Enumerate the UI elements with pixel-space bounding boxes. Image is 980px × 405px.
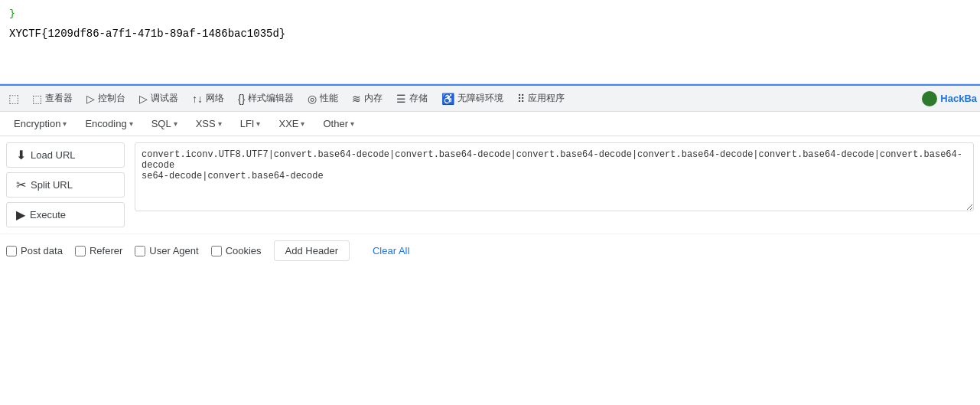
execute-button[interactable]: ▶ Execute [6, 202, 125, 227]
inspector-label: 查看器 [45, 92, 73, 105]
memory-label: 内存 [364, 92, 383, 105]
url-input-textarea[interactable]: convert.iconv.UTF8.UTF7|convert.base64-d… [135, 142, 974, 211]
app-label: 应用程序 [528, 92, 565, 105]
encryption-arrow-icon: ▾ [63, 119, 67, 128]
cookies-checkbox-group[interactable]: Cookies [211, 245, 262, 256]
other-arrow-icon: ▾ [350, 119, 354, 128]
post-data-checkbox[interactable] [6, 246, 17, 256]
accessibility-icon: ♿ [441, 93, 454, 105]
debugger-icon: ▷ [139, 93, 148, 105]
load-url-label: Load URL [31, 149, 76, 161]
user-agent-checkbox[interactable] [135, 246, 145, 256]
network-label: 网络 [206, 92, 224, 105]
other-label: Other [323, 118, 348, 129]
console-label: 控制台 [98, 92, 125, 105]
referer-label: Referer [90, 245, 122, 256]
execute-label: Execute [30, 209, 66, 220]
menu-lfi[interactable]: LFI ▾ [233, 115, 269, 132]
performance-label: 性能 [320, 92, 338, 105]
app-icon: ⠿ [517, 93, 525, 105]
encoding-label: Encoding [85, 118, 126, 129]
load-url-button[interactable]: ⬇ Load URL [6, 142, 125, 168]
menu-xss[interactable]: XSS ▾ [188, 115, 230, 132]
style-icon: {} [238, 93, 245, 105]
xss-label: XSS [196, 118, 216, 129]
clear-all-label: Clear All [373, 245, 409, 256]
menu-sql[interactable]: SQL ▾ [144, 115, 185, 132]
brace-line: } [9, 6, 971, 21]
performance-icon: ◎ [308, 93, 317, 105]
devtools-console-btn[interactable]: ▷ 控制台 [80, 89, 132, 108]
accessibility-label: 无障碍环境 [457, 92, 503, 105]
hackbar-label: HackBa [940, 93, 977, 104]
devtools-network-btn[interactable]: ↑↓ 网络 [186, 89, 230, 108]
lfi-arrow-icon: ▾ [256, 119, 260, 128]
clear-all-button[interactable]: Clear All [362, 241, 420, 260]
lfi-label: LFI [240, 118, 255, 129]
hackbar-menu-bar: Encryption ▾ Encoding ▾ SQL ▾ XSS ▾ LFI … [0, 112, 980, 136]
menu-encryption[interactable]: Encryption ▾ [6, 115, 74, 132]
devtools-accessibility-btn[interactable]: ♿ 无障碍环境 [435, 89, 510, 108]
memory-icon: ≋ [352, 93, 361, 105]
encoding-arrow-icon: ▾ [129, 119, 133, 128]
devtools-toolbar: ⬚ ⬚ 查看器 ▷ 控制台 ▷ 调试器 ↑↓ 网络 {} 样式编辑器 ◎ 性能 … [0, 84, 980, 112]
debugger-label: 调试器 [151, 92, 178, 105]
code-display-area: } XYCTF{1209df86-a7f1-471b-89af-1486bac1… [0, 0, 980, 84]
post-data-label: Post data [21, 245, 63, 256]
devtools-debugger-btn[interactable]: ▷ 调试器 [133, 89, 184, 108]
user-agent-checkbox-group[interactable]: User Agent [135, 245, 198, 256]
cookies-checkbox[interactable] [211, 246, 222, 256]
add-header-label: Add Header [285, 245, 338, 256]
left-action-buttons: ⬇ Load URL ✂ Split URL ▶ Execute [6, 142, 129, 227]
console-icon: ▷ [86, 93, 95, 105]
menu-xxe[interactable]: XXE ▾ [271, 115, 312, 132]
network-icon: ↑↓ [192, 93, 203, 105]
devtools-memory-btn[interactable]: ≋ 内存 [346, 89, 389, 108]
inspector-icon: ⬚ [32, 93, 42, 105]
xxe-label: XXE [278, 118, 298, 129]
cookies-label: Cookies [226, 245, 262, 256]
sql-arrow-icon: ▾ [174, 119, 177, 128]
devtools-app-btn[interactable]: ⠿ 应用程序 [511, 89, 571, 108]
user-agent-label: User Agent [149, 245, 198, 256]
devtools-performance-btn[interactable]: ◎ 性能 [301, 89, 344, 108]
devtools-inspector-btn[interactable]: ⬚ 查看器 [26, 89, 79, 108]
split-url-icon: ✂ [16, 178, 26, 192]
flag-line: XYCTF{1209df86-a7f1-471b-89af-1486bac103… [9, 26, 971, 42]
split-url-button[interactable]: ✂ Split URL [6, 172, 125, 198]
menu-encoding[interactable]: Encoding ▾ [77, 115, 140, 132]
execute-icon: ▶ [16, 207, 25, 222]
devtools-style-btn[interactable]: {} 样式编辑器 [232, 89, 300, 108]
add-header-button[interactable]: Add Header [274, 240, 350, 261]
storage-icon: ☰ [396, 93, 406, 105]
split-url-label: Split URL [31, 179, 73, 191]
referer-checkbox[interactable] [75, 246, 86, 256]
post-data-checkbox-group[interactable]: Post data [6, 245, 63, 256]
main-content: ⬇ Load URL ✂ Split URL ▶ Execute convert… [0, 136, 980, 234]
load-url-icon: ⬇ [16, 148, 26, 162]
menu-other[interactable]: Other ▾ [315, 115, 362, 132]
devtools-inspect-icon-btn[interactable]: ⬚ [3, 88, 24, 109]
style-label: 样式编辑器 [248, 92, 294, 105]
sql-label: SQL [151, 118, 171, 129]
bottom-options-bar: Post data Referer User Agent Cookies Add… [0, 234, 980, 267]
xss-arrow-icon: ▾ [218, 119, 222, 128]
referer-checkbox-group[interactable]: Referer [75, 245, 122, 256]
xxe-arrow-icon: ▾ [301, 119, 304, 128]
encryption-label: Encryption [14, 118, 60, 129]
storage-label: 存储 [409, 92, 428, 105]
hackbar-avatar [922, 91, 937, 106]
hackbar-logo: HackBa [922, 91, 977, 106]
devtools-storage-btn[interactable]: ☰ 存储 [390, 89, 434, 108]
